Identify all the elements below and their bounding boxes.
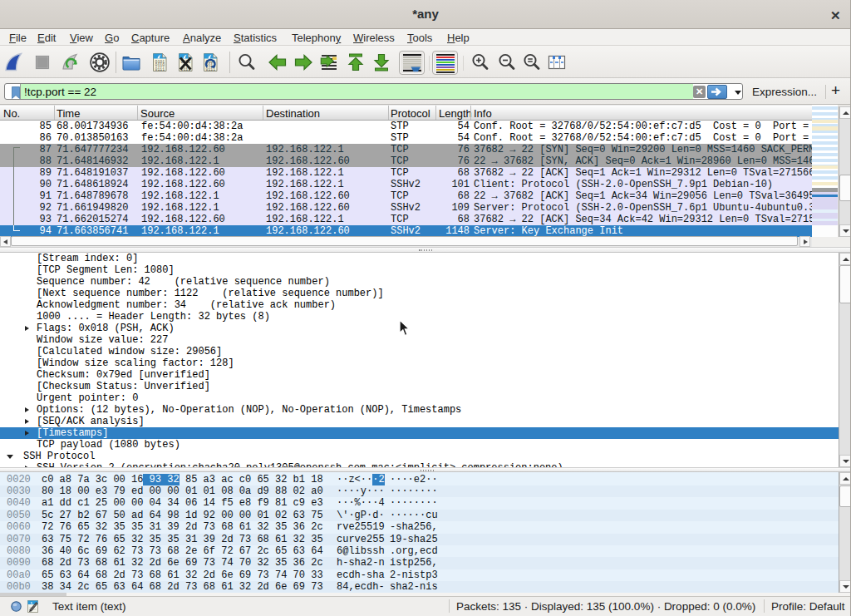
svg-text:0111: 0111 (155, 67, 165, 71)
